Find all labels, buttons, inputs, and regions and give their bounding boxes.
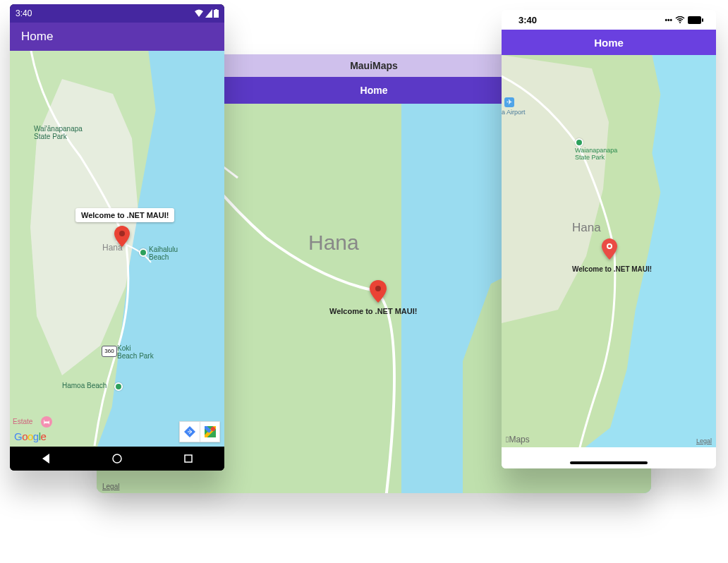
home-button[interactable]	[112, 454, 122, 464]
home-indicator-area	[502, 447, 716, 468]
map-view[interactable]: Wai'ānapanapa State Park Hana Kaihalulu …	[10, 51, 224, 447]
airport-icon[interactable]: ✈	[504, 97, 514, 107]
signal-icon	[205, 9, 212, 18]
status-time: 3:40	[518, 15, 537, 25]
open-gmaps-button[interactable]	[200, 422, 219, 442]
map-view[interactable]: ✈ a Airport Waianapanapa State Park Hana…	[502, 55, 716, 447]
nav-bar: Home	[502, 30, 716, 55]
status-icons: •••	[665, 16, 703, 24]
status-bar: 3:40	[10, 4, 224, 23]
recents-button[interactable]	[183, 454, 193, 464]
place-label-estate: Estate	[13, 418, 32, 425]
google-logo: Google	[14, 430, 46, 442]
pin-callout[interactable]: Welcome to .NET MAUI!	[75, 208, 174, 222]
place-label-hana: Hana	[308, 231, 359, 255]
svg-point-0	[375, 286, 381, 291]
svg-point-8	[679, 22, 681, 23]
pin-label: Welcome to .NET MAUI!	[572, 265, 652, 273]
android-device: 3:40 Home Wai'ānapanapa State Park Hana …	[10, 4, 224, 471]
svg-rect-2	[215, 9, 217, 10]
place-label-hamoa: Hamoa Beach	[62, 382, 107, 389]
app-title: Home	[21, 30, 53, 44]
android-nav-bar	[10, 447, 224, 471]
place-label-waianapanapa: Wai'ānapanapa State Park	[34, 125, 83, 140]
apple-maps-logo: Maps	[506, 435, 530, 444]
map-pin[interactable]	[602, 238, 617, 262]
app-bar: Home	[10, 23, 224, 51]
home-indicator[interactable]	[570, 461, 648, 464]
wifi-icon	[194, 9, 204, 18]
route-badge-360: 360	[102, 346, 117, 357]
svg-rect-10	[702, 18, 703, 22]
legal-link[interactable]: Legal	[102, 483, 119, 490]
poi-lodging-icon[interactable]: 🛏	[41, 416, 52, 428]
svg-rect-9	[688, 16, 701, 24]
wifi-icon	[675, 16, 685, 23]
svg-rect-1	[214, 10, 219, 18]
legal-link[interactable]: Legal	[696, 437, 712, 444]
place-label-airport: a Airport	[502, 109, 526, 116]
battery-icon	[688, 16, 703, 24]
poi-marker[interactable]	[139, 248, 147, 257]
place-label-hana: Hana	[572, 221, 601, 235]
nav-title: Home	[360, 85, 388, 96]
svg-point-6	[113, 454, 121, 463]
svg-point-5	[211, 427, 215, 431]
map-pin[interactable]	[114, 226, 130, 250]
svg-point-3	[119, 231, 125, 236]
place-label-waianapanapa: Waianapanapa State Park	[575, 147, 617, 161]
svg-point-12	[608, 245, 611, 248]
gmaps-buttons	[179, 421, 220, 442]
status-icons	[194, 9, 219, 18]
svg-rect-7	[185, 455, 192, 462]
status-time: 3:40	[16, 8, 32, 18]
nav-title: Home	[594, 37, 624, 49]
map-pin[interactable]	[369, 280, 387, 305]
place-label-koki: Koki Beach Park	[117, 344, 154, 360]
place-label-kaihalulu: Kaihalulu Beach	[149, 246, 178, 261]
pin-label: Welcome to .NET MAUI!	[329, 307, 417, 315]
status-bar: 3:40 •••	[502, 10, 716, 30]
battery-icon	[214, 9, 219, 18]
back-button[interactable]	[41, 454, 51, 464]
directions-button[interactable]	[180, 422, 200, 442]
iphone-device: 3:40 ••• Home ✈ a Airport Waianapanapa S…	[502, 10, 716, 468]
poi-marker[interactable]	[575, 138, 583, 147]
poi-marker[interactable]	[114, 382, 123, 391]
